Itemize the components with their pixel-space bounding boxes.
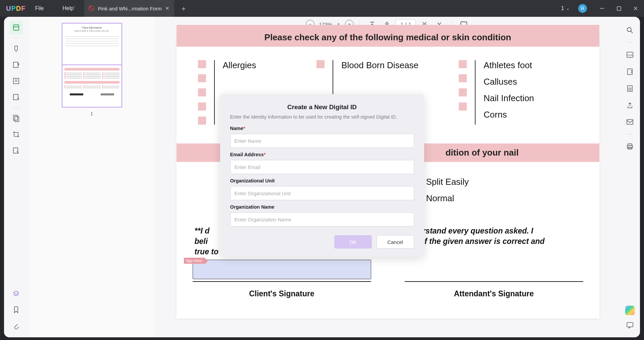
nail-condition-label: Split Easily (426, 177, 469, 187)
window-maximize-button[interactable] (610, 0, 627, 17)
medical-condition-banner: Please check any of the following medica… (177, 25, 599, 47)
thumbnail-page-number: 1 (91, 111, 93, 116)
form-tool-button[interactable] (9, 90, 23, 104)
svg-rect-12 (15, 117, 19, 122)
chat-icon (626, 322, 634, 329)
export-button[interactable] (623, 65, 637, 78)
client-signature-label: Client's Signature (193, 289, 371, 298)
crop-icon (12, 131, 20, 138)
right-tool-rail: OCR (620, 17, 640, 337)
lock-icon (627, 85, 633, 92)
svg-rect-13 (13, 148, 18, 153)
redact-button[interactable] (9, 144, 23, 157)
name-input[interactable] (230, 134, 414, 148)
ai-assistant-button[interactable] (625, 306, 635, 315)
email-button[interactable] (623, 115, 637, 129)
cancel-button[interactable]: Cancel (377, 235, 414, 249)
checkbox[interactable] (459, 88, 467, 96)
condition-label: Athletes foot (484, 60, 534, 71)
email-icon (626, 119, 634, 125)
share-button[interactable] (623, 98, 637, 112)
redact-icon (12, 147, 20, 154)
crop-button[interactable] (9, 128, 23, 141)
edit-tool-button[interactable] (9, 74, 23, 88)
search-button[interactable] (623, 24, 637, 37)
document-tab[interactable]: 🚫 Pink and Whi...rmation Form ✕ (84, 0, 174, 17)
attendant-signature-label: Attendant's Signature (405, 289, 583, 298)
window-minimize-button[interactable] (594, 0, 610, 17)
rail-separator (13, 38, 19, 38)
avatar[interactable]: R (578, 4, 587, 13)
checkbox[interactable] (459, 102, 467, 111)
svg-rect-28 (627, 323, 633, 327)
org-name-input[interactable] (230, 212, 414, 226)
column-divider (475, 60, 476, 125)
ok-button[interactable]: OK (334, 235, 372, 249)
svg-rect-24 (627, 120, 633, 124)
checkbox[interactable] (459, 74, 467, 82)
condition-label: Nail Infection (484, 93, 534, 103)
ocr-button[interactable]: OCR (623, 48, 637, 61)
condition-label: Blood Born Disease (341, 60, 418, 71)
dialog-title: Create a New Digital ID (230, 103, 414, 111)
svg-rect-7 (13, 78, 19, 84)
client-signature-field[interactable] (193, 260, 371, 279)
svg-line-18 (631, 31, 633, 33)
menu-help[interactable]: Help• (53, 5, 84, 11)
menu-help-label: Help (62, 6, 73, 11)
checkbox[interactable] (198, 102, 206, 111)
signature-row: Sign Here Client's Signature Attendant's… (187, 260, 589, 298)
checkbox[interactable] (198, 117, 206, 125)
organize-pages-button[interactable] (9, 112, 23, 125)
comment-tool-icon (13, 61, 19, 69)
checkbox[interactable] (459, 60, 467, 68)
org-unit-input[interactable] (230, 186, 414, 200)
svg-rect-22 (628, 86, 632, 91)
bookmarks-button[interactable] (9, 303, 23, 316)
comment-tool-button[interactable] (9, 58, 23, 72)
rail-separator (627, 42, 633, 43)
window-count-value: 1 (561, 5, 564, 11)
svg-rect-23 (629, 88, 631, 90)
tab-close-button[interactable]: ✕ (165, 5, 169, 11)
tab-add-button[interactable]: ＋ (174, 4, 193, 13)
page-thumbnail[interactable]: Client Information MANICURE & PEDICURE S… (62, 23, 122, 108)
thumbnail-panel: Client Information MANICURE & PEDICURE S… (28, 17, 156, 337)
svg-rect-4 (13, 25, 19, 30)
ocr-icon: OCR (626, 51, 634, 58)
email-label: Email Address* (230, 152, 414, 157)
condition-label: Allergies (223, 60, 256, 71)
window-close-button[interactable] (627, 0, 644, 17)
thumb-doc-title: Client Information (65, 26, 119, 29)
help-indicator-dot: • (73, 5, 75, 9)
svg-rect-6 (13, 62, 18, 68)
thumbnails-button[interactable] (9, 21, 23, 34)
column-divider (214, 60, 215, 125)
svg-rect-11 (13, 115, 17, 120)
attendant-signature-block: Attendant's Signature (405, 260, 583, 298)
edit-tool-icon (13, 78, 19, 84)
client-signature-block: Sign Here Client's Signature (193, 260, 371, 298)
checkbox[interactable] (198, 88, 206, 96)
layers-button[interactable] (9, 287, 23, 300)
readonly-icon: 🚫 (88, 5, 95, 11)
protect-button[interactable] (623, 82, 637, 95)
paperclip-icon (13, 322, 19, 330)
thumbnails-icon (13, 24, 19, 31)
menu-file[interactable]: File (26, 5, 53, 11)
chat-button[interactable] (623, 318, 637, 332)
checkbox[interactable] (198, 60, 206, 68)
window-count[interactable]: 1⌄ (561, 5, 569, 11)
rail-separator (13, 108, 19, 108)
condition-label: Corns (484, 110, 534, 120)
checkbox[interactable] (198, 74, 206, 82)
svg-rect-21 (628, 69, 632, 75)
left-tool-rail (4, 17, 28, 337)
email-input[interactable] (230, 160, 414, 174)
highlighter-button[interactable] (9, 42, 23, 55)
org-unit-label: Organizational Unit (230, 178, 414, 183)
attachments-button[interactable] (9, 319, 23, 333)
bookmark-icon (13, 306, 19, 313)
print-button[interactable] (623, 140, 637, 153)
checkbox[interactable] (316, 60, 325, 68)
